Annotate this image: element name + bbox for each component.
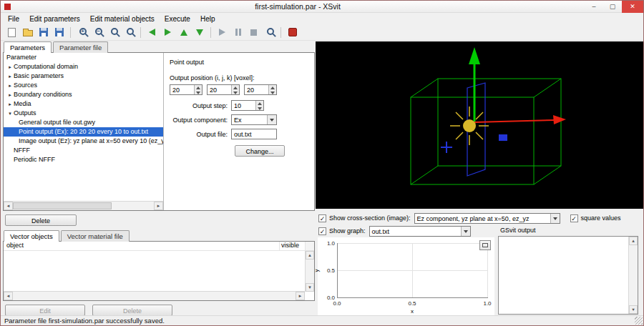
tree-item-image-output[interactable]: Image output (Ez): yz plane at x=50 ever… [4,137,163,146]
graph-widget[interactable]: 1.0 0.5 0.0 y 0.0 0.5 1.0 x [318,237,494,317]
scrollbar-track[interactable] [13,292,296,300]
pause-simulation-button[interactable] [230,25,245,39]
position-i-spinbox[interactable]: 20 [170,84,203,95]
gsvit-output-box[interactable]: ▲ ▼ [498,236,638,315]
graph-file-select[interactable]: out.txt [369,226,471,237]
delete-object-button[interactable]: Delete [92,305,172,316]
scrollbar-track[interactable] [13,202,154,210]
scrollbar-track[interactable] [629,245,638,305]
tree-item-basic-parameters[interactable]: ▸Basic parameters [4,71,163,81]
tree-item-computational-domain[interactable]: ▸Computational domain [4,62,163,71]
expander-collapsed-icon[interactable]: ▸ [6,71,14,81]
save-file-button[interactable] [36,25,51,39]
change-file-button[interactable]: Change... [235,145,285,157]
scrollbar-thumb[interactable] [13,202,112,209]
scroll-up-icon[interactable]: ▲ [629,237,638,245]
scroll-down-icon[interactable]: ▼ [306,283,314,292]
maximize-button[interactable]: ▢ [603,1,622,13]
stop-simulation-button[interactable] [246,25,261,39]
show-cross-section-checkbox[interactable]: ✓ [318,214,326,222]
vector-object-list[interactable]: object visible ▲ ▼ ◄ ► [3,241,315,301]
output-step-spinbox[interactable]: 10 [231,100,264,111]
menu-execute[interactable]: Execute [160,14,195,24]
output-component-select[interactable]: Ex [231,114,277,125]
spin-down-icon[interactable] [269,90,276,95]
chevron-down-icon[interactable] [267,115,276,124]
close-button[interactable]: ✕ [622,1,643,13]
tree-item-sources[interactable]: ▸Sources [4,81,163,90]
right-panel: ✓ Show cross-section (image): Ez compone… [316,41,643,317]
cross-section-select[interactable]: Ez component, yz plane at x=50, ez_yz [414,213,560,224]
expander-collapsed-icon[interactable]: ▸ [6,99,14,109]
tree-item-general-output-file[interactable]: General output file out.gwy [4,118,163,127]
scroll-right-icon[interactable]: ► [296,292,305,300]
new-file-button[interactable] [4,25,19,39]
show-graph-checkbox[interactable]: ✓ [318,227,326,235]
tab-parameter-file[interactable]: Parameter file [53,41,108,53]
expander-expanded-icon[interactable]: ▾ [6,109,14,118]
resize-grip[interactable] [635,317,643,325]
title-bar[interactable]: first-simulation.par - XSvit – ▢ ✕ [1,1,643,13]
delete-output-button[interactable]: Delete [5,214,77,226]
tree-item-label: Basic parameters [14,72,64,79]
move-right-button[interactable] [160,25,175,39]
expander-collapsed-icon[interactable]: ▸ [6,81,14,90]
run-simulation-button[interactable] [215,25,230,39]
list-horizontal-scrollbar[interactable]: ◄ ► [4,291,305,300]
graph-menu-button[interactable] [479,240,491,250]
menu-help[interactable]: Help [195,14,220,24]
toolbar-separator [280,27,281,38]
simulation-3d-view[interactable] [316,41,643,209]
tab-vector-objects[interactable]: Vector objects [4,230,59,242]
tab-vector-material-file[interactable]: Vector material file [61,230,130,242]
spin-down-icon[interactable] [256,106,263,111]
preview-output-button[interactable] [262,25,277,39]
scroll-up-icon[interactable]: ▲ [306,251,314,260]
scroll-left-icon[interactable]: ◄ [4,202,13,210]
menu-edit-material-objects[interactable]: Edit material objects [85,14,160,24]
tab-parameters[interactable]: Parameters [4,41,52,53]
zoom-reset-button[interactable] [106,25,121,39]
tree-item-periodic-nfff[interactable]: Periodic NFFF [4,155,163,164]
chevron-down-icon[interactable] [461,227,470,236]
tree-item-outputs[interactable]: ▾Outputs [4,109,163,118]
spin-down-icon[interactable] [195,90,202,95]
output-file-input[interactable] [231,129,277,139]
column-object[interactable]: object [4,242,279,250]
zoom-out-button[interactable]: − [90,25,105,39]
column-visible[interactable]: visible [279,242,305,250]
move-up-icon [180,29,187,36]
expander-collapsed-icon[interactable]: ▸ [6,90,14,99]
square-values-checkbox[interactable]: ✓ [570,214,578,222]
scroll-right-icon[interactable]: ► [154,202,163,210]
scroll-down-icon[interactable]: ▼ [629,305,638,314]
open-file-button[interactable] [20,25,35,39]
tree-item-nfff[interactable]: NFFF [4,146,163,155]
chevron-down-icon[interactable] [550,214,560,223]
tree-item-media[interactable]: ▸Media [4,99,163,109]
point-source-icon [450,107,489,145]
open-in-gwyddion-button[interactable] [285,25,300,39]
zoom-in-button[interactable]: + [74,25,89,39]
edit-object-button[interactable]: Edit [5,305,85,316]
tree-item-boundary-conditions[interactable]: ▸Boundary conditions [4,90,163,99]
menu-edit-parameters[interactable]: Edit parameters [24,14,85,24]
scroll-left-icon[interactable]: ◄ [4,292,13,300]
position-k-spinbox[interactable]: 20 [244,84,277,95]
tree-item-point-output[interactable]: Point output (Ex): 20 20 20 every 10 to … [4,127,163,137]
expander-collapsed-icon[interactable]: ▸ [6,62,14,71]
move-up-button[interactable] [176,25,191,39]
object-tabs: Vector objects Vector material file [3,230,315,242]
spin-down-icon[interactable] [232,90,239,95]
scene-canvas[interactable] [316,41,643,209]
output-vertical-scrollbar[interactable]: ▲ ▼ [628,237,638,314]
zoom-fit-button[interactable] [122,25,137,39]
save-file-as-button[interactable] [52,25,67,39]
move-down-button[interactable] [192,25,207,39]
menu-file[interactable]: File [3,14,24,24]
move-down-icon [196,29,203,36]
move-left-button[interactable] [145,25,160,39]
tree-horizontal-scrollbar[interactable]: ◄ ► [4,201,163,210]
position-j-spinbox[interactable]: 20 [207,84,240,95]
minimize-button[interactable]: – [585,1,603,13]
